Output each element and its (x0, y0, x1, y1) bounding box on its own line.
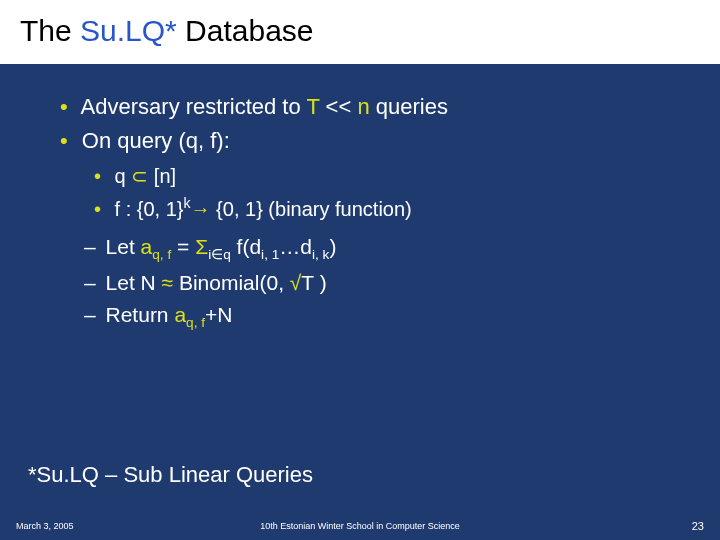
sub1-a: q (115, 165, 132, 187)
sub-bullet-group: • q ⊂ [n] • f : {0, 1}k→ {0, 1} (binary … (94, 163, 680, 223)
bullet-icon: • (60, 94, 68, 119)
sub-i1: i, 1 (261, 247, 279, 262)
let2-t2: Binomial(0, (173, 271, 290, 294)
dash-icon: – (84, 235, 96, 258)
sub-qf: q, f (186, 315, 205, 330)
ret-t1: Return (100, 303, 175, 326)
bullet-icon: • (94, 198, 101, 220)
footer-date: March 3, 2005 (16, 521, 74, 531)
footer-mid: 10th Estonian Winter School in Computer … (260, 521, 460, 531)
let2-t1: Let N (100, 271, 162, 294)
sub-ieq: i∈q (208, 247, 231, 262)
sub2-b: {0, 1} (binary function) (211, 198, 412, 220)
dash-icon: – (84, 303, 96, 326)
let1-t4: …d (279, 235, 312, 258)
sigma-icon: Σ (195, 235, 208, 258)
title-prefix: The (20, 14, 80, 47)
sqrt-icon: √ (290, 271, 302, 294)
let1-t5: ) (329, 235, 336, 258)
let1-t1: Let (100, 235, 141, 258)
title-suffix: Database (177, 14, 314, 47)
footer: March 3, 2005 10th Estonian Winter Schoo… (0, 520, 720, 532)
let-n: – Let N ≈ Binomial(0, √T ) (84, 269, 680, 297)
bullet-icon: • (94, 165, 101, 187)
var-a: a (174, 303, 186, 326)
title-accent: Su.LQ* (80, 14, 177, 47)
slide-content: • Adversary restricted to T << n queries… (0, 64, 720, 333)
var-n: n (357, 94, 369, 119)
var-T: T (301, 271, 313, 294)
sub-qf: q, f (152, 247, 171, 262)
var-T: T (306, 94, 319, 119)
var-a: a (141, 235, 153, 258)
sub-bullet-2: • f : {0, 1}k→ {0, 1} (binary function) (94, 194, 680, 223)
footnote: *Su.LQ – Sub Linear Queries (28, 462, 313, 488)
page-number: 23 (692, 520, 704, 532)
sub-bullet-1: • q ⊂ [n] (94, 163, 680, 190)
arrow-icon: → (191, 198, 211, 220)
let1-eq: = (171, 235, 195, 258)
slide-title: The Su.LQ* Database (0, 0, 720, 64)
bullet-icon: • (60, 128, 68, 153)
bullet-1-text-b: << (319, 94, 357, 119)
ret-t2: +N (205, 303, 232, 326)
let1-t3: f(d (231, 235, 261, 258)
dash-bullet-group: – Let aq, f = Σi∈q f(di, 1…di, k) – Let … (84, 233, 680, 333)
sub1-b: [n] (148, 165, 176, 187)
dash-icon: – (84, 271, 96, 294)
let2-t3: ) (314, 271, 327, 294)
bullet-2: • On query (q, f): (60, 126, 680, 156)
bullet-2-text: On query (q, f): (82, 128, 230, 153)
sub2-a: f : {0, 1} (115, 198, 184, 220)
bullet-1-text-c: queries (370, 94, 448, 119)
exponent-k: k (184, 195, 191, 211)
return-line: – Return aq, f+N (84, 301, 680, 333)
let-a: – Let aq, f = Σi∈q f(di, 1…di, k) (84, 233, 680, 265)
bullet-1-text-a: Adversary restricted to (81, 94, 307, 119)
approx-icon: ≈ (162, 271, 174, 294)
subset-icon: ⊂ (131, 165, 148, 187)
sub-ik: i, k (312, 247, 329, 262)
bullet-1: • Adversary restricted to T << n queries (60, 92, 680, 122)
